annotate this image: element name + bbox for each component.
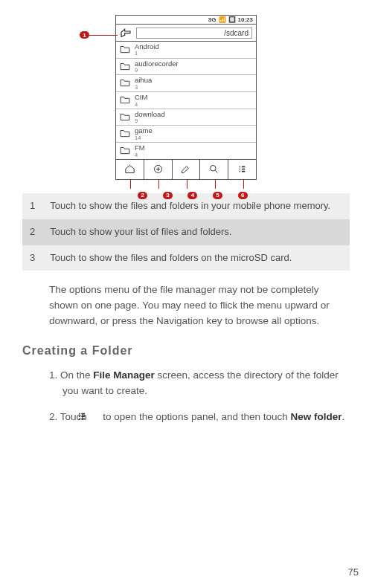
back-icon[interactable] <box>120 27 132 39</box>
legend-text: Touch to show your list of files and fol… <box>42 219 350 245</box>
svg-point-1 <box>211 166 217 172</box>
folder-icon <box>120 77 130 87</box>
file-count: 14 <box>135 135 153 141</box>
folder-icon <box>120 144 130 155</box>
toolbar-home-button[interactable] <box>116 160 144 179</box>
callout-6: 6 <box>238 192 248 199</box>
folder-icon <box>120 60 130 71</box>
legend-number: 3 <box>22 245 42 271</box>
folder-icon <box>120 111 130 121</box>
phone-frame: 3G 📶 🔲 10:23 /sdcard Android1audiorecord… <box>115 15 257 180</box>
toolbar-menu-button[interactable] <box>228 160 256 179</box>
callout-2: 2 <box>138 192 147 199</box>
folder-icon <box>120 94 130 104</box>
callout-1: 1 <box>80 31 89 39</box>
leader-line-5 <box>215 180 216 189</box>
leader-line-3 <box>158 180 159 189</box>
folder-icon <box>120 43 130 54</box>
leader-line-6 <box>243 180 244 189</box>
file-name: download <box>135 111 165 118</box>
legend-row: 3Touch to show the files and folders on … <box>22 245 350 271</box>
legend-table: 1Touch to show the files and folders in … <box>22 193 350 271</box>
path-field[interactable]: /sdcard <box>136 28 252 39</box>
page-number: 75 <box>348 566 359 578</box>
battery-icon: 🔲 <box>228 16 236 23</box>
path-row: /sdcard <box>116 25 256 42</box>
step-1-bold: File Manager <box>93 369 155 381</box>
file-count: 9 <box>135 68 179 74</box>
step-1-pre: 1. On the <box>49 369 93 381</box>
file-row[interactable]: audiorecorder9 <box>116 59 256 76</box>
phone-screenshot: 1 3G 📶 🔲 10:23 /sdcard Android1audioreco… <box>22 15 350 180</box>
file-row[interactable]: CIM4 <box>116 92 256 109</box>
clock: 10:23 <box>238 16 253 23</box>
step-1: 1. On the File Manager screen, access th… <box>49 368 350 399</box>
file-count: 4 <box>135 152 145 158</box>
menu-icon <box>90 411 100 421</box>
file-count: 3 <box>135 85 152 91</box>
legend-text: Touch to show the files and folders on t… <box>42 245 350 271</box>
file-row[interactable]: game14 <box>116 126 256 143</box>
step-2-mid: to open the options panel, and then touc… <box>100 411 291 422</box>
file-count: 4 <box>135 102 147 108</box>
note-paragraph: The options menu of the file manager may… <box>49 282 350 329</box>
step-2-bold: New folder <box>291 411 342 422</box>
toolbar-search-button[interactable] <box>200 160 228 179</box>
leader-line-1 <box>89 35 118 36</box>
file-row[interactable]: aihua3 <box>116 75 256 92</box>
signal-icon: 📶 <box>219 16 226 23</box>
file-row[interactable]: FM4 <box>116 143 256 159</box>
leader-line-2 <box>130 180 131 189</box>
file-name: Android <box>135 43 159 51</box>
file-row[interactable]: Android1 <box>116 42 256 59</box>
file-count: 9 <box>135 118 165 124</box>
file-name: audiorecorder <box>135 60 179 68</box>
step-2-post: . <box>342 411 345 422</box>
folder-icon <box>120 127 130 138</box>
callout-3: 3 <box>163 192 173 199</box>
toolbar-add-button[interactable] <box>144 160 173 179</box>
toolbar-edit-button[interactable] <box>173 160 201 179</box>
legend-row: 2Touch to show your list of files and fo… <box>22 219 350 245</box>
toolbar <box>116 159 256 179</box>
network-indicator: 3G <box>208 16 217 23</box>
file-name: CIM <box>135 94 147 101</box>
legend-number: 1 <box>22 193 42 219</box>
section-heading: Creating a Folder <box>22 344 350 358</box>
callout-5: 5 <box>213 192 222 199</box>
status-bar: 3G 📶 🔲 10:23 <box>116 16 256 25</box>
step-2: 2. Touch to open the options panel, and … <box>49 410 350 425</box>
file-row[interactable]: download9 <box>116 109 256 126</box>
callout-4: 4 <box>187 192 197 199</box>
leader-line-4 <box>187 180 187 189</box>
file-count: 1 <box>135 51 159 56</box>
legend-number: 2 <box>22 219 42 245</box>
file-list: Android1audiorecorder9aihua3CIM4download… <box>116 42 256 159</box>
file-name: FM <box>135 144 145 152</box>
